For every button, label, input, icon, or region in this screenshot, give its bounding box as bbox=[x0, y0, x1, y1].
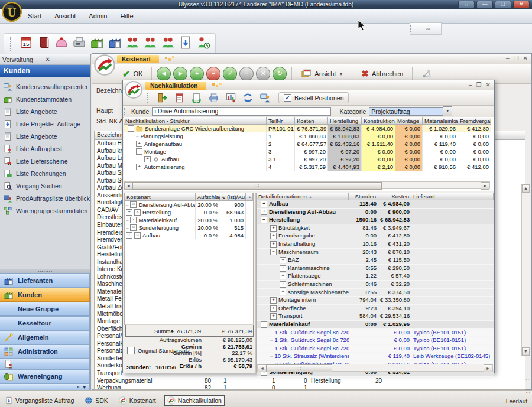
struktur-row[interactable]: +Automatisierung4€ 5.317,59€ 4.404,93€ 2… bbox=[124, 163, 494, 171]
toolbar-book-button[interactable] bbox=[37, 35, 51, 52]
detail-row[interactable]: +Oberfläche9:23€ 394,10 bbox=[257, 305, 494, 313]
detail-row[interactable]: +Instandhaltung10:16€ 431,20 bbox=[257, 240, 494, 249]
kostenart-mini-row[interactable]: –×Dienstleisung Auf-Abbau20.00 %900 bbox=[125, 201, 253, 209]
detail-row[interactable]: +BAZ2:45€ 115,50 bbox=[257, 256, 494, 265]
toolbar-factory-blue-button[interactable] bbox=[108, 35, 122, 52]
ansicht-button[interactable]: Ansicht▼ bbox=[297, 67, 347, 80]
scroll-up-icon[interactable]: ▲ bbox=[522, 184, 530, 193]
scroll-right-icon[interactable]: ► bbox=[481, 182, 489, 190]
back-button[interactable]: ◄ bbox=[157, 67, 171, 81]
add-button[interactable]: + bbox=[190, 67, 204, 81]
struktur-row[interactable]: +Aufbau3.1€ 997,20€ 97,20€ 0,00€ 0,00€ 0… bbox=[124, 155, 494, 163]
column-header-1[interactable]: TeilNr bbox=[267, 117, 295, 125]
toolbar-users-button[interactable] bbox=[161, 35, 175, 52]
toolbar-calendar-button[interactable]: 15 bbox=[19, 35, 33, 52]
scroll-thumb[interactable]: ⁞⁞⁞ bbox=[132, 182, 382, 190]
detail-row[interactable]: –1 Stk. Gußdruck Segel 8c 720€ 0,00Typic… bbox=[257, 337, 494, 345]
expander-minus-icon[interactable]: − bbox=[270, 249, 277, 255]
sidebar-splitter[interactable]: ▪▪▪▪▪▪▪▪ bbox=[0, 269, 90, 273]
sidebar-group-adinistration[interactable]: Adinistration bbox=[0, 344, 90, 359]
toolbar-fax-button[interactable] bbox=[72, 35, 86, 52]
detail-row[interactable]: +Fremdvergabe0:00€ 412,80 bbox=[257, 232, 494, 240]
sidebar-group-allgemein[interactable]: Allgemein bbox=[0, 330, 90, 344]
cancel-x-button[interactable]: ✕ bbox=[256, 67, 270, 81]
resize-arrows-button[interactable]: ↔ bbox=[458, 1, 475, 9]
relations-button[interactable] bbox=[417, 67, 436, 80]
drag-handle[interactable] bbox=[124, 108, 127, 115]
detail-row[interactable]: −Herstellung1500:16€ 68.942,83 bbox=[257, 216, 494, 224]
column-header-3[interactable]: Herstellung bbox=[328, 117, 362, 125]
detail-row[interactable]: +Dienstleisung Auf-Abbau0:00€ 900,00 bbox=[257, 209, 494, 217]
accept-button[interactable]: ✓ bbox=[223, 67, 237, 81]
struktur-row[interactable]: −Montage3€ 997,20€ 97,20€ 0,00€ 0,00€ 0,… bbox=[124, 148, 494, 155]
expander-plus-icon[interactable]: + bbox=[280, 289, 286, 295]
notepad-button[interactable] bbox=[172, 92, 186, 105]
kostenart-mini-row[interactable]: –×Sonderfertigung20.00 %515 bbox=[125, 224, 253, 232]
kunde-input[interactable]: i Drive Automatisierung bbox=[152, 107, 331, 116]
detail-row[interactable]: +Schleifmaschinen0:46€ 32,20 bbox=[257, 281, 494, 289]
sidebar-item-3[interactable]: Liste Projekte- Aufträge bbox=[0, 118, 90, 130]
forward-button[interactable]: ► bbox=[173, 67, 187, 81]
maximize-button[interactable]: ❐ bbox=[495, 1, 511, 9]
vertical-scrollbar[interactable]: ▲ ▼ bbox=[521, 184, 530, 356]
expander-minus-icon[interactable]: − bbox=[261, 217, 267, 223]
scroll-left-icon[interactable]: ◄ bbox=[124, 182, 133, 190]
expander-plus-icon[interactable]: + bbox=[261, 201, 267, 207]
sync-button[interactable] bbox=[241, 92, 255, 105]
bestell-positionen-checkbox[interactable]: ✓Bestell Positionen bbox=[278, 92, 349, 103]
detail-row[interactable]: –1 Stk. Gußdruck Segel 8c 720€ 0,00Typic… bbox=[257, 329, 494, 337]
detail-row[interactable]: +Montage intern794:04€ 33.350,80 bbox=[257, 297, 494, 305]
detail-hscrollbar[interactable]: ◄ ► ⁞⁞⁞ bbox=[257, 364, 493, 372]
expander-plus-icon[interactable]: + bbox=[280, 281, 286, 288]
expander-minus-icon[interactable]: − bbox=[136, 148, 142, 155]
restore-icon[interactable]: ❒ bbox=[476, 82, 482, 88]
detail-row[interactable]: –1 Stk. Gußdruck Segel 8c 720€ 0,00Typic… bbox=[257, 345, 494, 353]
expander-plus-icon[interactable]: + bbox=[270, 297, 277, 304]
expander-plus-icon[interactable]: + bbox=[136, 164, 142, 170]
expander-minus-icon[interactable]: − bbox=[261, 321, 267, 328]
refresh-doc-button[interactable] bbox=[189, 92, 203, 105]
menu-hilfe[interactable]: Hilfe bbox=[115, 11, 139, 21]
kostenart-mini-row[interactable]: +×Herstellung0.0 %68.943 bbox=[125, 209, 253, 216]
struktur-row[interactable]: −Sonderanlage CRC WiederaufbereitungPR10… bbox=[124, 125, 494, 132]
resize-grip[interactable]: ⁚⁚⁚ bbox=[525, 392, 530, 398]
detail-row[interactable]: −Maschinenraum20:43€ 870,10 bbox=[257, 249, 494, 257]
sidebar-item-10[interactable]: Warengruppestammdaten bbox=[0, 204, 90, 217]
minimize-icon[interactable]: – bbox=[469, 82, 472, 88]
sidebar-item-4[interactable]: Liste Angebote bbox=[0, 130, 90, 142]
user-monitor-button[interactable] bbox=[258, 92, 272, 105]
sidebar-item-5[interactable]: Liste Auftragbest. bbox=[0, 142, 90, 155]
resize-grip[interactable]: ⁚⁚ bbox=[525, 376, 530, 381]
close-button[interactable]: ✕ bbox=[513, 1, 530, 9]
expander-minus-icon[interactable]: − bbox=[128, 125, 134, 132]
minimize-icon[interactable]: – bbox=[506, 55, 510, 61]
scroll-right-icon[interactable]: ► bbox=[484, 364, 492, 372]
struktur-hscrollbar[interactable]: ◄ ► ⁞⁞⁞ bbox=[124, 181, 490, 189]
expander-plus-icon[interactable]: + bbox=[126, 209, 132, 216]
sidebar-item-7[interactable]: Liste Rechnungen bbox=[0, 167, 90, 180]
sidebar-group-wareneingang[interactable]: Wareneingang bbox=[0, 369, 90, 383]
sidebar-item-0[interactable]: Kundenverwaltungscenter bbox=[0, 80, 90, 93]
expander-plus-icon[interactable]: + bbox=[270, 225, 277, 232]
detail-row[interactable]: +sonstige Maschinenarbeiten8:55€ 374,50 bbox=[257, 289, 494, 297]
toolbar-doc-arrow-button[interactable] bbox=[179, 35, 193, 52]
expander-plus-icon[interactable]: + bbox=[261, 209, 267, 215]
drag-handle[interactable] bbox=[147, 93, 150, 103]
kostenart-mini-row[interactable]: –×Materialeinkauf20.00 %1.030 bbox=[125, 216, 253, 224]
exit-run-button[interactable] bbox=[155, 92, 169, 105]
expander-plus-icon[interactable]: + bbox=[280, 257, 286, 263]
column-header-2[interactable]: Kosten bbox=[295, 117, 328, 125]
taskbar-tab-nachkalkulation[interactable]: Nachkalkulation bbox=[164, 395, 225, 406]
toolbar-person-clock-button[interactable] bbox=[196, 35, 210, 52]
toolbar-users-button[interactable] bbox=[143, 35, 157, 52]
taskbar-tab-vorgangsliste-auftrag[interactable]: Vorgangsliste Auftrag bbox=[2, 396, 76, 405]
kostenart-mini-row[interactable]: +×Aufbau0.0 %4.984 bbox=[125, 232, 253, 239]
drag-handle[interactable] bbox=[410, 25, 413, 32]
expander-plus-icon[interactable]: + bbox=[280, 273, 286, 279]
expander-plus-icon[interactable]: + bbox=[270, 233, 277, 239]
sidebar-group-icon-only[interactable] bbox=[0, 359, 90, 369]
column-header-5[interactable]: Montage bbox=[395, 117, 423, 125]
toolbar-factory-green-button[interactable] bbox=[90, 35, 104, 52]
restore-icon[interactable]: ❒ bbox=[514, 55, 519, 61]
floating-toolbar[interactable]: PA. bbox=[410, 22, 442, 35]
